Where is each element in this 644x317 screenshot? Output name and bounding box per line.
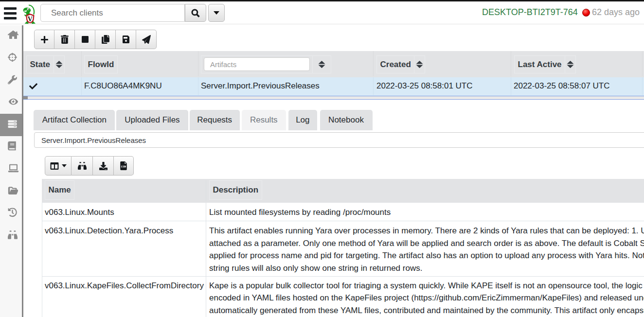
svg-text:V: V <box>28 16 33 23</box>
